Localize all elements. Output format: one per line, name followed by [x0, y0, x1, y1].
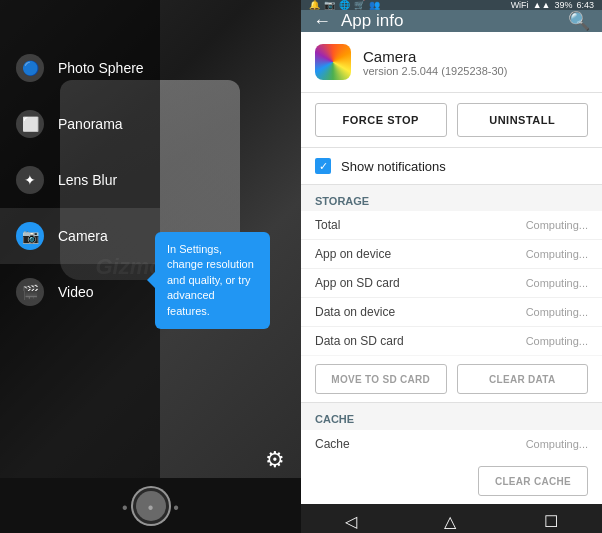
sidebar-label-panorama: Panorama	[58, 116, 123, 132]
tooltip-text: In Settings, change resolution and quali…	[167, 243, 254, 317]
sidebar-item-photo-sphere[interactable]: 🔵 Photo Sphere	[0, 40, 160, 96]
cache-card: Cache Computing...	[301, 430, 602, 458]
camera-panel: GizmoBolt 🔵 Photo Sphere ⬜ Panorama ✦ Le…	[0, 0, 301, 533]
sidebar-label-camera: Camera	[58, 228, 108, 244]
notifications-checkbox[interactable]: ✓	[315, 158, 331, 174]
contacts-icon: 👥	[369, 0, 380, 10]
storage-total-row: Total Computing...	[301, 211, 602, 240]
nav-back-button[interactable]: ◁	[329, 504, 373, 533]
cache-row: Cache Computing...	[301, 430, 602, 458]
app-icon	[315, 44, 351, 80]
app-info-panel: 🔔 📷 🌐 🛒 👥 WiFi ▲▲ 39% 6:43 ← App info 🔍 …	[301, 0, 602, 533]
move-to-sd-button[interactable]: MOVE TO SD CARD	[315, 364, 447, 394]
sidebar-item-panorama[interactable]: ⬜ Panorama	[0, 96, 160, 152]
storage-total-label: Total	[315, 218, 340, 232]
cache-label: Cache	[315, 437, 350, 451]
sidebar-label-photo-sphere: Photo Sphere	[58, 60, 144, 76]
storage-data-device-value: Computing...	[526, 306, 588, 318]
panorama-icon: ⬜	[16, 110, 44, 138]
uninstall-button[interactable]: UNINSTALL	[457, 103, 589, 137]
cache-action-buttons: CLEAR CACHE	[301, 458, 602, 504]
storage-app-device-row: App on device Computing...	[301, 240, 602, 269]
amazon-icon: 🛒	[354, 0, 365, 10]
storage-section-header: STORAGE	[301, 185, 602, 211]
back-button[interactable]: ←	[313, 11, 331, 32]
notification-icon: 🔔	[309, 0, 320, 10]
notifications-label: Show notifications	[341, 159, 446, 174]
camera-sidebar: 🔵 Photo Sphere ⬜ Panorama ✦ Lens Blur 📷 …	[0, 0, 160, 533]
storage-app-device-label: App on device	[315, 247, 391, 261]
sidebar-item-lens-blur[interactable]: ✦ Lens Blur	[0, 152, 160, 208]
toolbar-title: App info	[341, 11, 558, 31]
photo-sphere-icon: 🔵	[16, 54, 44, 82]
nav-dot-1: •	[122, 499, 128, 517]
storage-total-value: Computing...	[526, 219, 588, 231]
nav-dot-3: •	[173, 499, 179, 517]
storage-data-device-label: Data on device	[315, 305, 395, 319]
signal-icon: ▲▲	[533, 0, 551, 10]
app-header: Camera version 2.5.044 (1925238-30)	[301, 32, 602, 93]
app-meta: Camera version 2.5.044 (1925238-30)	[363, 48, 507, 77]
app-version: version 2.5.044 (1925238-30)	[363, 65, 507, 77]
storage-card: Total Computing... App on device Computi…	[301, 211, 602, 355]
storage-data-sd-label: Data on SD card	[315, 334, 404, 348]
lens-blur-icon: ✦	[16, 166, 44, 194]
bottom-nav: ◁ △ ☐	[301, 504, 602, 533]
sidebar-label-video: Video	[58, 284, 94, 300]
clear-data-button[interactable]: CLEAR DATA	[457, 364, 589, 394]
sidebar-label-lens-blur: Lens Blur	[58, 172, 117, 188]
force-stop-button[interactable]: FORCE STOP	[315, 103, 447, 137]
time-label: 6:43	[576, 0, 594, 10]
storage-data-sd-value: Computing...	[526, 335, 588, 347]
wifi-icon: WiFi	[511, 0, 529, 10]
cache-value: Computing...	[526, 438, 588, 450]
storage-action-buttons: MOVE TO SD CARD CLEAR DATA	[301, 356, 602, 403]
sidebar-item-video[interactable]: 🎬 Video	[0, 264, 160, 320]
notifications-row[interactable]: ✓ Show notifications	[301, 148, 602, 185]
nav-recents-button[interactable]: ☐	[528, 504, 574, 533]
storage-app-sd-row: App on SD card Computing...	[301, 269, 602, 298]
battery-label: 39%	[554, 0, 572, 10]
settings-button[interactable]: ⚙	[265, 447, 285, 473]
camera-status-icon: 📷	[324, 0, 335, 10]
action-buttons: FORCE STOP UNINSTALL	[301, 93, 602, 148]
internet-icon: 🌐	[339, 0, 350, 10]
status-icons-right: WiFi ▲▲ 39% 6:43	[511, 0, 594, 10]
search-button[interactable]: 🔍	[568, 10, 590, 32]
status-icons-left: 🔔 📷 🌐 🛒 👥	[309, 0, 380, 10]
sidebar-item-camera[interactable]: 📷 Camera	[0, 208, 160, 264]
status-bar: 🔔 📷 🌐 🛒 👥 WiFi ▲▲ 39% 6:43	[301, 0, 602, 10]
storage-data-device-row: Data on device Computing...	[301, 298, 602, 327]
camera-nav-dots: • • •	[0, 499, 301, 517]
video-icon: 🎬	[16, 278, 44, 306]
cache-section-header: CACHE	[301, 403, 602, 429]
app-name: Camera	[363, 48, 507, 65]
nav-home-button[interactable]: △	[428, 504, 472, 533]
storage-app-sd-label: App on SD card	[315, 276, 400, 290]
storage-data-sd-row: Data on SD card Computing...	[301, 327, 602, 355]
app-toolbar: ← App info 🔍	[301, 10, 602, 32]
storage-app-device-value: Computing...	[526, 248, 588, 260]
nav-dot-2: •	[148, 499, 154, 517]
clear-cache-button[interactable]: CLEAR CACHE	[478, 466, 588, 496]
storage-app-sd-value: Computing...	[526, 277, 588, 289]
camera-tooltip: In Settings, change resolution and quali…	[155, 232, 270, 329]
camera-icon: 📷	[16, 222, 44, 250]
